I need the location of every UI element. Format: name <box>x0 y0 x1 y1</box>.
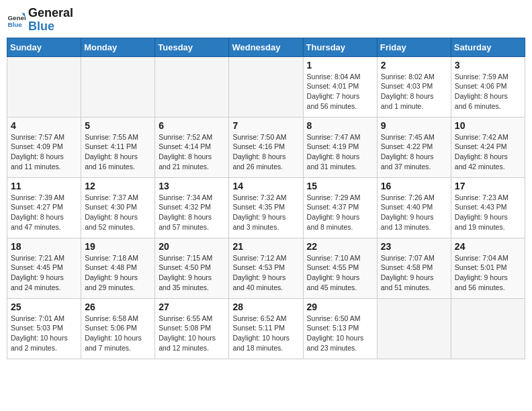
day-number: 1 <box>307 60 373 71</box>
calendar-cell: 7Sunrise: 7:50 AM Sunset: 4:16 PM Daylig… <box>229 117 303 177</box>
day-info: Sunrise: 8:02 AM Sunset: 4:03 PM Dayligh… <box>381 72 447 111</box>
calendar-cell: 25Sunrise: 7:01 AM Sunset: 5:03 PM Dayli… <box>7 298 81 359</box>
calendar-cell: 15Sunrise: 7:29 AM Sunset: 4:37 PM Dayli… <box>303 177 377 238</box>
calendar-cell: 5Sunrise: 7:55 AM Sunset: 4:11 PM Daylig… <box>81 117 155 177</box>
day-info: Sunrise: 7:52 AM Sunset: 4:14 PM Dayligh… <box>159 132 225 172</box>
day-number: 21 <box>232 241 299 252</box>
calendar-cell: 18Sunrise: 7:21 AM Sunset: 4:45 PM Dayli… <box>7 238 81 298</box>
day-number: 23 <box>381 241 447 252</box>
calendar-cell: 16Sunrise: 7:26 AM Sunset: 4:40 PM Dayli… <box>377 177 451 238</box>
logo: General Blue General Blue <box>7 7 73 34</box>
svg-text:Blue: Blue <box>7 21 22 28</box>
calendar-week-row: 1Sunrise: 8:04 AM Sunset: 4:01 PM Daylig… <box>7 56 525 117</box>
day-info: Sunrise: 7:42 AM Sunset: 4:24 PM Dayligh… <box>455 132 521 172</box>
calendar-cell <box>7 56 81 117</box>
day-info: Sunrise: 6:55 AM Sunset: 5:08 PM Dayligh… <box>159 314 225 353</box>
calendar-cell: 6Sunrise: 7:52 AM Sunset: 4:14 PM Daylig… <box>155 117 229 177</box>
weekday-header: Sunday <box>7 38 81 56</box>
calendar-cell <box>377 298 451 359</box>
day-info: Sunrise: 7:39 AM Sunset: 4:27 PM Dayligh… <box>11 193 77 232</box>
day-info: Sunrise: 6:52 AM Sunset: 5:11 PM Dayligh… <box>232 314 299 353</box>
day-info: Sunrise: 7:15 AM Sunset: 4:50 PM Dayligh… <box>159 253 225 293</box>
day-number: 18 <box>11 241 77 252</box>
day-info: Sunrise: 7:37 AM Sunset: 4:30 PM Dayligh… <box>85 193 151 232</box>
calendar-cell <box>155 56 229 117</box>
day-info: Sunrise: 7:04 AM Sunset: 5:01 PM Dayligh… <box>455 253 521 293</box>
day-info: Sunrise: 7:57 AM Sunset: 4:09 PM Dayligh… <box>11 132 77 172</box>
calendar-cell: 10Sunrise: 7:42 AM Sunset: 4:24 PM Dayli… <box>451 117 525 177</box>
weekday-header: Monday <box>81 38 155 56</box>
day-info: Sunrise: 7:01 AM Sunset: 5:03 PM Dayligh… <box>11 314 77 353</box>
calendar-cell: 11Sunrise: 7:39 AM Sunset: 4:27 PM Dayli… <box>7 177 81 238</box>
day-number: 24 <box>455 241 521 252</box>
calendar-cell: 23Sunrise: 7:07 AM Sunset: 4:58 PM Dayli… <box>377 238 451 298</box>
day-info: Sunrise: 7:12 AM Sunset: 4:53 PM Dayligh… <box>232 253 299 293</box>
day-info: Sunrise: 8:04 AM Sunset: 4:01 PM Dayligh… <box>307 72 373 111</box>
weekday-header: Wednesday <box>229 38 303 56</box>
day-number: 8 <box>307 120 373 131</box>
day-info: Sunrise: 6:58 AM Sunset: 5:06 PM Dayligh… <box>85 314 151 353</box>
calendar-cell: 21Sunrise: 7:12 AM Sunset: 4:53 PM Dayli… <box>229 238 303 298</box>
calendar-cell: 24Sunrise: 7:04 AM Sunset: 5:01 PM Dayli… <box>451 238 525 298</box>
day-info: Sunrise: 7:26 AM Sunset: 4:40 PM Dayligh… <box>381 193 447 232</box>
calendar-cell: 26Sunrise: 6:58 AM Sunset: 5:06 PM Dayli… <box>81 298 155 359</box>
day-info: Sunrise: 7:23 AM Sunset: 4:43 PM Dayligh… <box>455 193 521 232</box>
day-info: Sunrise: 7:34 AM Sunset: 4:32 PM Dayligh… <box>159 193 225 232</box>
day-info: Sunrise: 7:10 AM Sunset: 4:55 PM Dayligh… <box>307 253 373 293</box>
day-number: 2 <box>381 60 447 71</box>
day-info: Sunrise: 7:32 AM Sunset: 4:35 PM Dayligh… <box>232 193 299 232</box>
calendar-cell: 19Sunrise: 7:18 AM Sunset: 4:48 PM Dayli… <box>81 238 155 298</box>
day-number: 15 <box>307 181 373 191</box>
calendar-cell: 8Sunrise: 7:47 AM Sunset: 4:19 PM Daylig… <box>303 117 377 177</box>
day-info: Sunrise: 7:21 AM Sunset: 4:45 PM Dayligh… <box>11 253 77 293</box>
weekday-header: Thursday <box>303 38 377 56</box>
calendar-week-row: 18Sunrise: 7:21 AM Sunset: 4:45 PM Dayli… <box>7 238 525 298</box>
day-number: 12 <box>85 181 151 191</box>
calendar-cell: 3Sunrise: 7:59 AM Sunset: 4:06 PM Daylig… <box>451 56 525 117</box>
day-info: Sunrise: 7:29 AM Sunset: 4:37 PM Dayligh… <box>307 193 373 232</box>
day-number: 29 <box>307 302 373 312</box>
calendar-cell <box>229 56 303 117</box>
day-info: Sunrise: 7:45 AM Sunset: 4:22 PM Dayligh… <box>381 132 447 172</box>
calendar-header: General Blue General Blue <box>7 7 525 34</box>
calendar-cell: 14Sunrise: 7:32 AM Sunset: 4:35 PM Dayli… <box>229 177 303 238</box>
day-info: Sunrise: 7:55 AM Sunset: 4:11 PM Dayligh… <box>85 132 151 172</box>
calendar-week-row: 25Sunrise: 7:01 AM Sunset: 5:03 PM Dayli… <box>7 298 525 359</box>
day-number: 13 <box>159 181 225 191</box>
weekday-header: Friday <box>377 38 451 56</box>
day-info: Sunrise: 7:47 AM Sunset: 4:19 PM Dayligh… <box>307 132 373 172</box>
day-number: 17 <box>455 181 521 191</box>
day-info: Sunrise: 7:18 AM Sunset: 4:48 PM Dayligh… <box>85 253 151 293</box>
day-info: Sunrise: 7:59 AM Sunset: 4:06 PM Dayligh… <box>455 72 521 111</box>
calendar-cell: 4Sunrise: 7:57 AM Sunset: 4:09 PM Daylig… <box>7 117 81 177</box>
calendar-cell <box>81 56 155 117</box>
calendar-cell: 13Sunrise: 7:34 AM Sunset: 4:32 PM Dayli… <box>155 177 229 238</box>
day-number: 26 <box>85 302 151 312</box>
calendar-table: SundayMondayTuesdayWednesdayThursdayFrid… <box>7 38 525 359</box>
day-number: 3 <box>455 60 521 71</box>
day-number: 25 <box>11 302 77 312</box>
day-info: Sunrise: 7:07 AM Sunset: 4:58 PM Dayligh… <box>381 253 447 293</box>
calendar-cell: 12Sunrise: 7:37 AM Sunset: 4:30 PM Dayli… <box>81 177 155 238</box>
calendar-cell: 17Sunrise: 7:23 AM Sunset: 4:43 PM Dayli… <box>451 177 525 238</box>
day-number: 4 <box>11 120 77 131</box>
day-info: Sunrise: 7:50 AM Sunset: 4:16 PM Dayligh… <box>232 132 299 172</box>
day-info: Sunrise: 6:50 AM Sunset: 5:13 PM Dayligh… <box>307 314 373 353</box>
day-number: 16 <box>381 181 447 191</box>
day-number: 10 <box>455 120 521 131</box>
day-number: 27 <box>159 302 225 312</box>
calendar-cell: 9Sunrise: 7:45 AM Sunset: 4:22 PM Daylig… <box>377 117 451 177</box>
weekday-header: Saturday <box>451 38 525 56</box>
calendar-cell: 22Sunrise: 7:10 AM Sunset: 4:55 PM Dayli… <box>303 238 377 298</box>
day-number: 9 <box>381 120 447 131</box>
calendar-cell: 2Sunrise: 8:02 AM Sunset: 4:03 PM Daylig… <box>377 56 451 117</box>
day-number: 20 <box>159 241 225 252</box>
day-number: 14 <box>232 181 299 191</box>
calendar-cell <box>451 298 525 359</box>
day-number: 28 <box>232 302 299 312</box>
calendar-cell: 27Sunrise: 6:55 AM Sunset: 5:08 PM Dayli… <box>155 298 229 359</box>
day-number: 7 <box>232 120 299 131</box>
calendar-cell: 1Sunrise: 8:04 AM Sunset: 4:01 PM Daylig… <box>303 56 377 117</box>
day-number: 6 <box>159 120 225 131</box>
day-number: 11 <box>11 181 77 191</box>
